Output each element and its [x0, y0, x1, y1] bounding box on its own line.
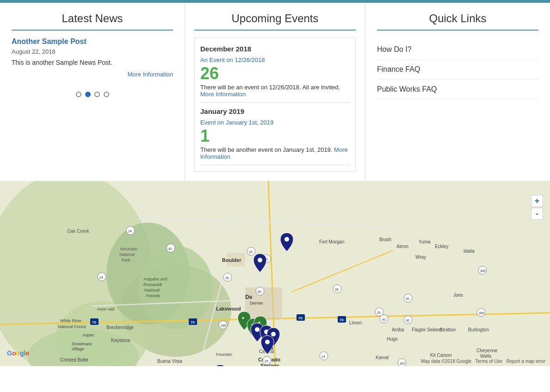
- svg-text:Snowmass: Snowmass: [72, 342, 93, 346]
- news-post-title[interactable]: Another Sample Post: [12, 37, 173, 46]
- svg-text:Limon: Limon: [349, 320, 362, 325]
- svg-text:36: 36: [225, 276, 229, 280]
- svg-text:Village: Village: [72, 347, 84, 351]
- svg-text:70: 70: [340, 318, 344, 322]
- event-jan-1-desc: There will be another event on January 1…: [200, 146, 350, 160]
- svg-text:Karval: Karval: [376, 355, 389, 360]
- map-data-label: Map data ©2018 Google: [421, 359, 471, 364]
- month-december-2018: December 2018: [200, 45, 350, 53]
- event-dec-26-more-info[interactable]: More Information: [200, 91, 246, 98]
- svg-text:385: 385: [479, 311, 484, 315]
- map-zoom-controls: + -: [531, 195, 543, 220]
- event-dec-26-day: 26: [200, 65, 350, 82]
- svg-text:National: National: [119, 252, 135, 257]
- svg-text:24: 24: [99, 276, 103, 279]
- svg-text:Lakewood: Lakewood: [216, 306, 241, 311]
- terms-of-use-link[interactable]: Terms of Use: [475, 359, 502, 364]
- carousel-dot-2[interactable]: [85, 92, 91, 97]
- svg-text:70: 70: [191, 320, 195, 324]
- news-post: Another Sample Post August 22, 2018 This…: [12, 37, 173, 78]
- svg-text:Park: Park: [122, 258, 130, 262]
- svg-text:25: 25: [265, 360, 268, 363]
- events-heading: Upcoming Events: [194, 12, 356, 31]
- svg-text:40: 40: [382, 318, 386, 321]
- svg-text:Aspen: Aspen: [82, 333, 94, 337]
- svg-text:National Forest: National Forest: [58, 324, 87, 329]
- svg-text:Crested Butte: Crested Butte: [60, 357, 89, 362]
- zoom-in-button[interactable]: +: [531, 195, 543, 207]
- svg-text:Hugo: Hugo: [387, 336, 398, 342]
- svg-text:36: 36: [406, 297, 409, 300]
- map-container[interactable]: Oak Creek Mountain National Park Arapaho…: [0, 181, 550, 366]
- svg-point-110: [258, 258, 262, 262]
- svg-text:Flagler Seibert: Flagler Seibert: [412, 327, 442, 332]
- svg-point-114: [255, 327, 260, 332]
- event-jan-2-link[interactable]: Event on January 2nd, 2019: [200, 170, 350, 172]
- svg-text:Roosevelt: Roosevelt: [143, 282, 162, 287]
- svg-text:70: 70: [92, 320, 96, 324]
- carousel-dot-3[interactable]: [94, 92, 100, 97]
- news-heading: Latest News: [12, 12, 173, 31]
- svg-point-109: [284, 237, 289, 242]
- svg-text:Buena Vista: Buena Vista: [157, 359, 182, 364]
- svg-text:Kit Carson: Kit Carson: [430, 353, 452, 358]
- svg-text:Brush: Brush: [379, 237, 391, 242]
- svg-text:70: 70: [298, 316, 303, 320]
- svg-text:White River: White River: [60, 318, 82, 323]
- quicklinks-heading: Quick Links: [377, 12, 538, 31]
- svg-text:De: De: [245, 294, 253, 300]
- news-post-excerpt: This is another Sample News Post.: [12, 59, 173, 66]
- map-section: Oak Creek Mountain National Park Arapaho…: [0, 181, 550, 366]
- events-scroll-area[interactable]: December 2018 An Event on 12/26/2018 26 …: [194, 37, 356, 172]
- quicklinks-column: Quick Links How Do I? Finance FAQ Public…: [365, 3, 550, 181]
- event-jan-1-link[interactable]: Event on January 1st, 2019: [200, 119, 350, 126]
- event-dec-26-desc: There will be an event on 12/26/2018. Al…: [200, 84, 350, 98]
- carousel-dot-1[interactable]: [76, 92, 81, 97]
- svg-text:Oak Creek: Oak Creek: [67, 229, 90, 234]
- svg-text:Cheyenne: Cheyenne: [476, 348, 498, 353]
- news-post-date: August 22, 2018: [12, 48, 173, 55]
- svg-text:Arriba: Arriba: [392, 327, 404, 332]
- svg-text:Eckley: Eckley: [435, 244, 448, 249]
- news-more-info-link[interactable]: More Information: [12, 71, 173, 78]
- svg-text:Mountain: Mountain: [120, 247, 137, 251]
- event-divider-2: [200, 165, 350, 165]
- event-jan-1-day: 1: [200, 128, 350, 144]
- svg-point-5: [139, 246, 213, 329]
- svg-text:Fountain: Fountain: [216, 352, 232, 357]
- quicklink-public-works-faq[interactable]: Public Works FAQ: [377, 80, 538, 100]
- event-jan-1-more-info[interactable]: More Information: [200, 146, 348, 160]
- svg-text:285: 285: [221, 324, 226, 327]
- google-logo: Google: [7, 349, 29, 357]
- svg-text:Boulder: Boulder: [222, 257, 241, 263]
- report-map-error-link[interactable]: Report a map error: [507, 359, 545, 364]
- svg-text:85: 85: [258, 290, 261, 293]
- svg-text:36: 36: [406, 319, 409, 322]
- three-col-layout: Latest News Another Sample Post August 2…: [0, 3, 550, 181]
- svg-text:♦: ♦: [242, 315, 244, 320]
- event-dec-26-link[interactable]: An Event on 12/26/2018: [200, 56, 350, 63]
- map-svg: Oak Creek Mountain National Park Arapaho…: [0, 181, 550, 366]
- svg-text:Wray: Wray: [415, 255, 426, 260]
- zoom-out-button[interactable]: -: [531, 208, 543, 220]
- svg-text:Fort Morgan: Fort Morgan: [319, 239, 344, 244]
- carousel-dot-4[interactable]: [104, 92, 109, 97]
- svg-text:Avon Vail: Avon Vail: [97, 307, 114, 311]
- events-column: Upcoming Events December 2018 An Event o…: [185, 3, 365, 181]
- svg-text:Akron: Akron: [396, 244, 408, 249]
- svg-text:Denver: Denver: [250, 301, 263, 305]
- quicklink-finance-faq[interactable]: Finance FAQ: [377, 60, 538, 80]
- svg-text:Idalia: Idalia: [463, 249, 475, 254]
- svg-text:36: 36: [335, 288, 339, 291]
- event-divider-1: [200, 102, 350, 103]
- svg-text:Yuma: Yuma: [419, 239, 431, 244]
- svg-point-116: [271, 332, 276, 336]
- svg-text:30: 30: [377, 311, 381, 314]
- svg-point-117: [265, 340, 270, 344]
- svg-text:Arapaho and: Arapaho and: [143, 277, 167, 281]
- svg-text:25: 25: [249, 250, 253, 254]
- svg-text:287: 287: [400, 362, 405, 365]
- quicklink-how-do-i[interactable]: How Do I?: [377, 40, 538, 60]
- month-january-2019: January 2019: [200, 107, 350, 115]
- svg-text:Burlington: Burlington: [468, 327, 489, 332]
